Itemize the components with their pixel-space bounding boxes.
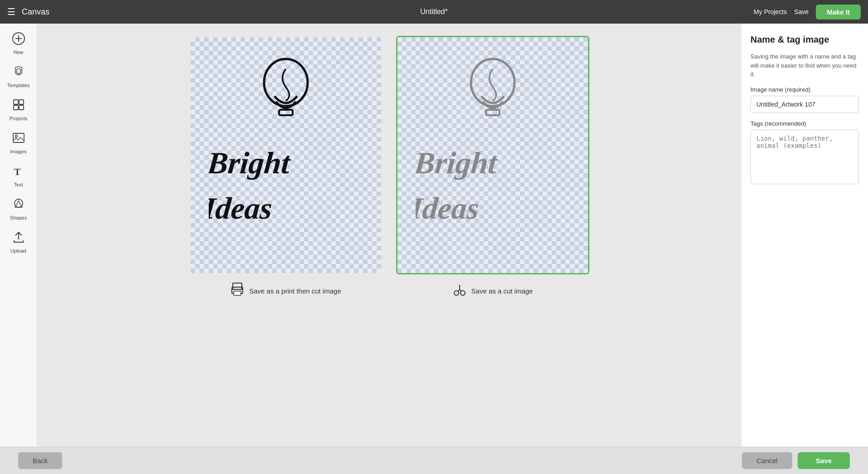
svg-rect-19 [233, 283, 242, 289]
sidebar-item-shapes[interactable]: Shapes [2, 193, 35, 224]
svg-point-15 [471, 59, 515, 106]
back-button[interactable]: Back [18, 452, 62, 469]
save-button-bottom[interactable]: Save [798, 452, 850, 469]
tags-input[interactable] [750, 130, 859, 184]
app-logo: Canvas [22, 7, 49, 17]
sidebar-item-images[interactable]: Images [2, 127, 35, 158]
sidebar-item-new[interactable]: New [2, 27, 35, 59]
svg-rect-12 [279, 110, 293, 115]
svg-text:Bright: Bright [416, 146, 499, 180]
menu-icon[interactable]: ☰ [7, 6, 15, 17]
svg-rect-4 [19, 100, 24, 104]
bottom-bar: Back Cancel Save [0, 447, 868, 474]
image-name-input[interactable] [750, 96, 859, 113]
svg-point-22 [240, 289, 242, 290]
canvas-card-print-cut[interactable]: Bright Ideas [191, 37, 381, 273]
label-cut: Save as a cut image [397, 282, 588, 300]
sidebar: New Templates Projects [0, 24, 37, 447]
bottom-right-buttons: Cancel Save [742, 452, 850, 469]
save-button-top[interactable]: Save [794, 8, 809, 15]
sidebar-item-templates[interactable]: Templates [2, 60, 35, 92]
cancel-button[interactable]: Cancel [742, 452, 792, 469]
sidebar-item-text[interactable]: T Text [2, 160, 35, 191]
image-name-label: Image name (required) [750, 86, 859, 93]
upload-label: Upload [10, 248, 26, 254]
images-icon [12, 131, 25, 147]
artwork-left: Bright Ideas [209, 46, 363, 264]
svg-rect-6 [19, 105, 24, 110]
sidebar-item-upload[interactable]: Upload [2, 226, 35, 257]
document-title: Untitled* [420, 8, 447, 16]
svg-rect-3 [14, 100, 18, 104]
artwork-right: Bright Ideas [416, 46, 570, 264]
templates-label: Templates [7, 83, 29, 88]
text-label: Text [14, 182, 23, 187]
shapes-label: Shapes [10, 215, 27, 220]
topbar-right: My Projects Save Make It [754, 5, 861, 20]
upload-icon [12, 230, 25, 246]
svg-text:T: T [14, 166, 21, 177]
svg-text:Ideas: Ideas [416, 191, 481, 225]
svg-rect-21 [234, 291, 241, 295]
checkerboard-left: Bright Ideas [191, 37, 381, 273]
panel-title: Name & tag image [750, 34, 859, 45]
templates-icon [12, 65, 25, 81]
tags-label: Tags (recommended) [750, 120, 859, 127]
images-label: Images [10, 149, 26, 154]
svg-point-11 [264, 59, 308, 106]
print-cut-label: Save as a print then cut image [249, 287, 341, 295]
topbar: ☰ Canvas Untitled* My Projects Save Make… [0, 0, 868, 24]
image-name-field-group: Image name (required) [750, 86, 859, 113]
svg-rect-5 [14, 105, 18, 110]
new-label: New [13, 49, 23, 55]
svg-text:Bright: Bright [209, 146, 292, 180]
checkerboard-right: Bright Ideas [397, 37, 588, 273]
canvas-card-cut[interactable]: Bright Ideas [397, 37, 588, 273]
main-layout: New Templates Projects [0, 24, 868, 447]
svg-point-8 [15, 135, 17, 137]
svg-rect-7 [13, 133, 24, 142]
canvas-card-inner-left: Bright Ideas [191, 37, 381, 273]
panel-description: Saving the image with a name and a tag w… [750, 52, 859, 79]
label-print-cut: Save as a print then cut image [191, 282, 381, 300]
canvas-area: Bright Ideas [37, 24, 741, 447]
cut-label: Save as a cut image [471, 287, 533, 295]
projects-label: Projects [10, 116, 28, 121]
cut-icon [452, 282, 467, 300]
canvas-card-inner-right: Bright Ideas [397, 37, 588, 273]
shapes-icon [12, 197, 25, 213]
text-icon: T [12, 164, 25, 180]
tags-field-group: Tags (recommended) [750, 120, 859, 184]
canvas-labels: Save as a print then cut image Save as a… [191, 282, 588, 300]
canvas-images: Bright Ideas [191, 37, 588, 273]
sidebar-item-projects[interactable]: Projects [2, 93, 35, 125]
make-it-button[interactable]: Make It [816, 5, 861, 20]
svg-text:Ideas: Ideas [209, 191, 274, 225]
svg-line-26 [460, 289, 461, 292]
my-projects-button[interactable]: My Projects [754, 8, 787, 15]
projects-icon [12, 98, 25, 114]
right-panel: Name & tag image Saving the image with a… [741, 24, 868, 447]
new-icon [12, 32, 25, 48]
print-icon [230, 282, 245, 300]
svg-rect-16 [486, 110, 500, 115]
